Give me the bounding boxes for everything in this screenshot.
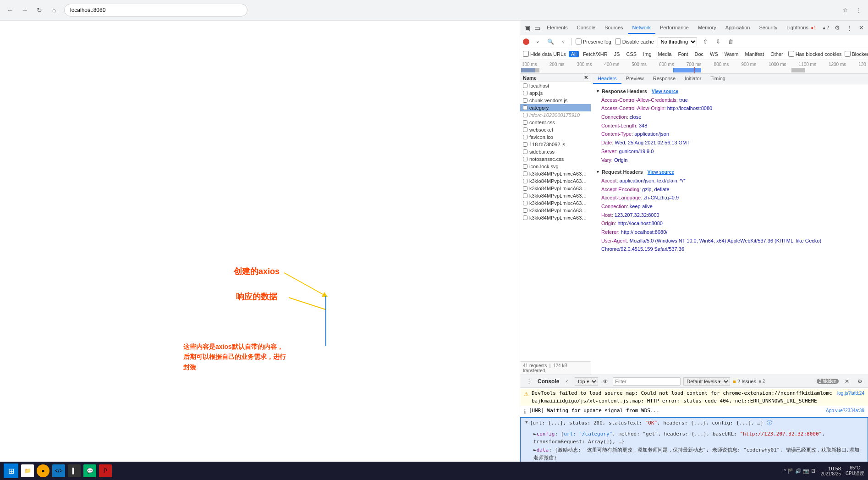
file-checkbox-k3klo-1[interactable] [523,171,527,176]
tab-console[interactable]: Console [572,22,600,34]
badge-2[interactable]: ▲2 [820,23,830,33]
badge-1[interactable]: ●1 [808,23,819,33]
disable-cache-label[interactable]: Disable cache [615,39,654,44]
headers-tab-headers[interactable]: Headers [593,74,621,84]
blocked-cookies-checkbox[interactable] [788,51,794,57]
tab-application[interactable]: Application [721,22,755,34]
file-item-category[interactable]: category [520,104,591,111]
file-checkbox-localhost[interactable] [523,83,527,88]
expand-arrow[interactable]: ▼ [524,419,529,427]
back-button[interactable]: ← [4,4,16,17]
close-console-icon[interactable]: ✕ [842,377,852,386]
filter-fetch[interactable]: Fetch/XHR [581,51,610,57]
file-item-k3klo-7[interactable]: k3klo84MPvpLmixcA63oeALZ [520,214,591,221]
file-item-sidebar-css[interactable]: sidebar.css [520,148,591,155]
filter-font[interactable]: Font [676,51,690,57]
tab-security[interactable]: Security [754,22,782,34]
throttle-select[interactable]: No throttling [658,37,697,46]
file-item-k3klo-3[interactable]: k3klo84MPvpLmixcA63oeALZ [520,185,591,192]
filter-img[interactable]: Img [641,51,654,57]
console-settings-icon[interactable]: ⚙ [855,377,864,386]
response-headers-title[interactable]: Response Headers View source [596,87,863,96]
record-button[interactable] [523,39,529,45]
close-file-list-icon[interactable]: ✕ [584,75,588,81]
clear-button[interactable]: ⚬ [533,37,542,46]
filter-css[interactable]: CSS [624,51,639,57]
preserve-log-checkbox[interactable] [576,39,582,44]
filter-ws[interactable]: WS [708,51,720,57]
file-checkbox-k3klo-5[interactable] [523,201,527,205]
file-item-k3klo-1[interactable]: k3klo84MPvpLmixcA63oeALZ [520,170,591,177]
taskbar-cmd[interactable]: ▌ [68,464,81,477]
taskbar-file-explorer[interactable]: 📁 [21,464,34,477]
file-checkbox-k3klo-6[interactable] [523,208,527,213]
file-item-websocket[interactable]: websocket [520,126,591,133]
file-checkbox-k3klo-2[interactable] [523,179,527,183]
file-item-118js[interactable]: 118.fb73b062.js [520,141,591,148]
refresh-button[interactable]: ↻ [33,4,46,17]
filter-other[interactable]: Other [768,51,786,57]
console-hmr-link[interactable]: App.vue?2334a:39 [826,407,864,414]
file-checkbox-content-css[interactable] [523,120,527,125]
file-item-appjs[interactable]: app.js [520,89,591,97]
search-button[interactable]: 🔍 [546,37,555,46]
request-view-source[interactable]: View source [648,168,674,176]
console-menu-icon[interactable]: ⋮ [524,376,534,386]
start-button[interactable]: ⊞ [4,463,18,478]
tab-sources[interactable]: Sources [600,22,627,34]
tab-performance[interactable]: Performance [655,22,693,34]
file-checkbox-k3klo-3[interactable] [523,186,527,191]
devtools-device-icon[interactable]: ▭ [532,23,542,33]
console-level-select[interactable]: top ▾ [575,377,598,386]
file-item-content-css[interactable]: content.css [520,119,591,126]
file-checkbox-k3klo-7[interactable] [523,215,527,220]
taskbar-ppt[interactable]: P [99,464,112,477]
file-checkbox-k3klo-4[interactable] [523,193,527,198]
address-bar[interactable] [64,4,247,17]
menu-icon[interactable]: ⋮ [853,5,864,16]
import-icon[interactable]: ⇧ [701,37,710,46]
filter-js[interactable]: JS [612,51,622,57]
tab-elements[interactable]: Elements [542,22,572,34]
disable-cache-checkbox[interactable] [615,39,621,44]
tab-network[interactable]: Network [628,22,655,34]
file-item-localhost[interactable]: localhost [520,82,591,89]
filter-wasm[interactable]: Wasm [722,51,741,57]
file-item-k3klo-6[interactable]: k3klo84MPvpLmixcA63oeALZ [520,207,591,214]
file-checkbox-chunk-vendors[interactable] [523,98,527,103]
filter-all[interactable]: All [569,51,579,57]
taskbar-chrome[interactable]: ● [37,464,49,477]
more-icon[interactable]: ⋮ [844,23,854,33]
bookmark-icon[interactable]: ☆ [840,5,851,16]
file-checkbox-category[interactable] [523,105,527,110]
preserve-log-label[interactable]: Preserve log [576,39,611,44]
console-warning-link[interactable]: log.js?lafd:24 [837,390,864,397]
taskbar-vscode[interactable]: </> [52,464,65,477]
headers-tab-initiator[interactable]: Initiator [680,74,706,84]
console-default-levels[interactable]: Default levels ▾ [683,377,730,386]
hide-data-urls-checkbox[interactable] [523,51,529,57]
blocked-requests-checkbox[interactable] [845,51,851,57]
file-checkbox-favicon[interactable] [523,135,527,139]
taskbar-wechat[interactable]: 💬 [83,464,96,477]
file-item-chunk-vendors[interactable]: chunk-vendors.js [520,97,591,104]
console-clear-icon[interactable]: ⚬ [563,377,572,386]
home-button[interactable]: ⌂ [48,4,60,17]
hide-data-urls-label[interactable]: Hide data URLs [523,51,566,57]
filter-button[interactable]: ▿ [559,37,568,46]
tab-lighthouse[interactable]: Lighthouse [782,22,808,34]
console-filter-input[interactable] [613,377,681,386]
clear-cache-icon[interactable]: 🗑 [726,37,736,46]
file-item-k3klo-4[interactable]: k3klo84MPvpLmixcA63oeALZ [520,192,591,199]
headers-tab-response[interactable]: Response [648,74,681,84]
tab-memory[interactable]: Memory [693,22,721,34]
headers-tab-preview[interactable]: Preview [621,74,648,84]
file-item-icon-lock[interactable]: icon-lock.svg [520,163,591,170]
file-item-k3klo-5[interactable]: k3klo84MPvpLmixcA63oeALZ [520,199,591,207]
file-checkbox-notosanssc[interactable] [523,157,527,161]
file-item-k3klo-2[interactable]: k3klo84MPvpLmixcA63oeALZ [520,177,591,185]
forward-button[interactable]: → [18,4,31,17]
file-checkbox-118js[interactable] [523,142,527,147]
file-checkbox-inforc[interactable] [523,113,527,117]
file-item-inforc[interactable]: inforc-1023000175910 [520,111,591,119]
